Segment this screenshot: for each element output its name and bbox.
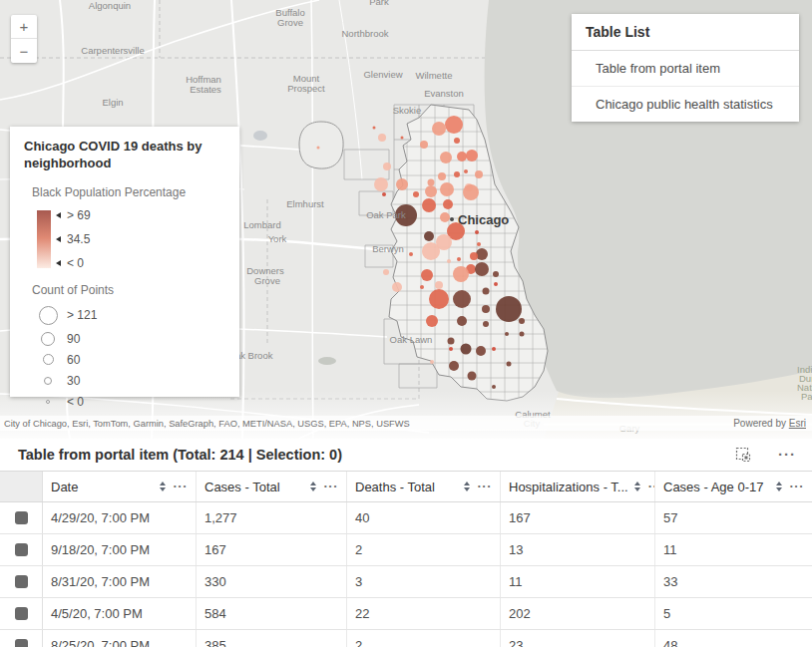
- map-bubble[interactable]: [482, 305, 490, 313]
- map-bubble[interactable]: [463, 184, 479, 200]
- map-bubble[interactable]: [461, 344, 472, 355]
- row-select-cell[interactable]: [0, 566, 43, 597]
- row-select-cell[interactable]: [0, 630, 43, 647]
- map-bubble[interactable]: [475, 170, 483, 178]
- table-more-options-icon[interactable]: ···: [778, 450, 796, 460]
- map-bubble[interactable]: [454, 138, 460, 144]
- map-bubble[interactable]: [422, 242, 440, 260]
- map-bubble[interactable]: [422, 198, 436, 212]
- map-bubble[interactable]: [457, 152, 467, 162]
- esri-link[interactable]: Esri: [789, 418, 806, 429]
- table-row[interactable]: 8/31/20, 7:00 PM33031133: [0, 566, 812, 598]
- map-bubble[interactable]: [443, 199, 453, 209]
- map-bubble[interactable]: [447, 259, 451, 263]
- map-bubble[interactable]: [373, 127, 376, 130]
- map-bubble[interactable]: [438, 172, 446, 180]
- sort-icon[interactable]: [310, 482, 316, 491]
- sort-icon[interactable]: [464, 482, 470, 491]
- column-header-deaths-total[interactable]: Deaths - Total···: [347, 472, 501, 501]
- map-bubble[interactable]: [426, 315, 438, 327]
- table-row[interactable]: 4/5/20, 7:00 PM584222025: [0, 598, 812, 630]
- map-bubble[interactable]: [409, 252, 413, 256]
- map-bubble[interactable]: [492, 347, 496, 351]
- row-select-checkbox[interactable]: [15, 575, 28, 588]
- map-bubble[interactable]: [483, 321, 489, 327]
- map-bubble[interactable]: [420, 141, 428, 149]
- map-bubble[interactable]: [496, 296, 522, 322]
- map-bubble[interactable]: [445, 116, 463, 134]
- map-bubble[interactable]: [466, 150, 478, 162]
- map-bubble[interactable]: [430, 360, 434, 364]
- column-header-date[interactable]: Date···: [43, 472, 197, 501]
- map-bubble[interactable]: [454, 171, 460, 177]
- sort-icon[interactable]: [634, 482, 640, 491]
- column-menu-icon[interactable]: ···: [478, 483, 493, 490]
- sort-icon[interactable]: [160, 482, 166, 491]
- zoom-out-button[interactable]: −: [11, 39, 37, 63]
- map-bubble[interactable]: [392, 282, 402, 292]
- map-bubble[interactable]: [401, 137, 404, 140]
- map-bubble[interactable]: [453, 266, 469, 282]
- map-bubble[interactable]: [449, 361, 459, 371]
- row-select-checkbox[interactable]: [15, 543, 28, 556]
- map-bubble[interactable]: [494, 282, 498, 286]
- map-bubble[interactable]: [378, 134, 386, 142]
- row-select-checkbox[interactable]: [15, 511, 28, 524]
- map-bubble[interactable]: [493, 271, 499, 277]
- map-bubble[interactable]: [374, 177, 388, 191]
- map-bubble[interactable]: [383, 162, 391, 170]
- row-select-cell[interactable]: [0, 502, 43, 533]
- row-select-checkbox[interactable]: [15, 639, 28, 647]
- map-bubble[interactable]: [457, 257, 461, 261]
- map-bubble[interactable]: [449, 347, 453, 351]
- table-list-item[interactable]: Chicago public health statistics: [572, 86, 799, 122]
- column-menu-icon[interactable]: ···: [790, 483, 805, 490]
- column-menu-icon[interactable]: ···: [324, 483, 339, 490]
- map-canvas[interactable]: AlgonquinBuffaloGroveNorthbrookCarpenter…: [0, 0, 812, 439]
- map-bubble[interactable]: [396, 178, 408, 190]
- column-header-cases-age-0-17[interactable]: Cases - Age 0-17···: [655, 472, 812, 501]
- map-bubble[interactable]: [413, 191, 419, 197]
- row-select-cell[interactable]: [0, 534, 43, 565]
- map-bubble[interactable]: [421, 269, 433, 281]
- map-bubble[interactable]: [492, 385, 496, 389]
- map-bubble[interactable]: [383, 269, 389, 275]
- map-bubble[interactable]: [468, 372, 477, 381]
- map-bubble[interactable]: [507, 362, 512, 367]
- map-bubble[interactable]: [420, 285, 424, 289]
- table-list-item[interactable]: Table from portal item: [572, 51, 799, 86]
- row-select-cell[interactable]: [0, 598, 43, 629]
- map-bubble[interactable]: [477, 242, 481, 246]
- map-bubble[interactable]: [425, 185, 437, 197]
- map-bubble[interactable]: [505, 332, 509, 336]
- column-menu-icon[interactable]: ···: [174, 483, 189, 490]
- map-bubble[interactable]: [453, 290, 471, 308]
- map-bubble[interactable]: [317, 147, 320, 150]
- selection-options-icon[interactable]: [735, 447, 752, 464]
- map-bubble[interactable]: [464, 169, 468, 173]
- map-bubble[interactable]: [476, 248, 488, 260]
- map-bubble[interactable]: [475, 230, 479, 234]
- map-bubble[interactable]: [483, 288, 490, 295]
- map-bubble[interactable]: [440, 212, 450, 222]
- map-bubble[interactable]: [457, 316, 467, 326]
- map-bubble[interactable]: [435, 281, 443, 289]
- column-menu-icon[interactable]: ···: [648, 483, 655, 490]
- table-row[interactable]: 8/25/20, 7:00 PM38522348: [0, 630, 812, 647]
- table-row[interactable]: 9/18/20, 7:00 PM16721311: [0, 534, 812, 566]
- zoom-in-button[interactable]: +: [11, 15, 37, 39]
- map-bubble[interactable]: [440, 182, 454, 196]
- column-header-cases-total[interactable]: Cases - Total···: [197, 472, 347, 501]
- sort-icon[interactable]: [776, 482, 782, 491]
- map-bubble[interactable]: [520, 332, 525, 337]
- map-bubble[interactable]: [428, 179, 435, 186]
- map-bubble[interactable]: [475, 262, 489, 276]
- table-row[interactable]: 4/29/20, 7:00 PM1,2774016757: [0, 502, 812, 534]
- map-bubble[interactable]: [448, 338, 455, 345]
- map-bubble[interactable]: [382, 192, 386, 196]
- map-bubble[interactable]: [440, 152, 452, 163]
- map-bubble[interactable]: [470, 252, 478, 260]
- row-select-checkbox[interactable]: [15, 607, 28, 620]
- map-bubble[interactable]: [429, 289, 449, 309]
- map-bubble[interactable]: [424, 231, 434, 241]
